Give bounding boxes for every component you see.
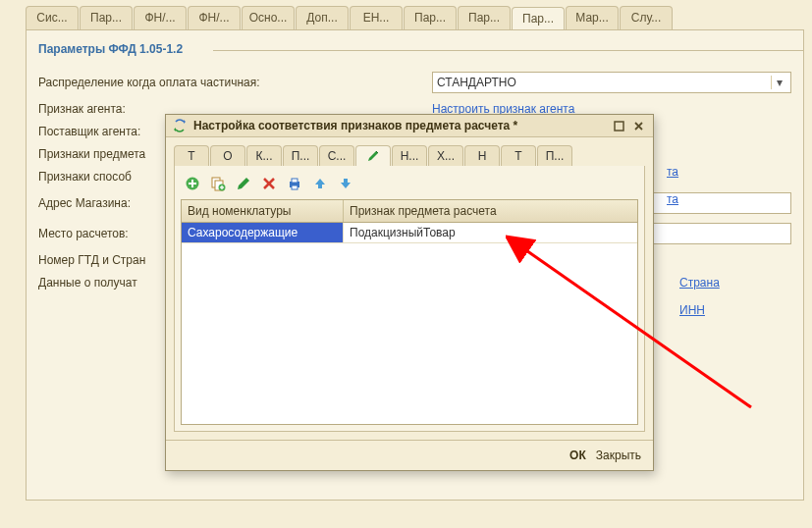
main-tab-5[interactable]: Доп... [296, 6, 349, 29]
main-tab-2[interactable]: ФН/... [134, 6, 187, 29]
dialog-tab-2[interactable]: К... [246, 145, 282, 166]
link-country-trail[interactable]: Страна [679, 276, 720, 290]
delete-button[interactable] [259, 174, 279, 193]
dialog-settings: Настройка соответствия признаков предмет… [165, 114, 654, 471]
dialog-tab-9[interactable]: Т [501, 145, 536, 166]
main-tab-6[interactable]: ЕН... [350, 6, 403, 29]
copy-button[interactable] [208, 174, 228, 193]
dialog-tab-7[interactable]: Х... [428, 145, 463, 166]
svg-marker-19 [341, 179, 351, 188]
main-tabs: Сис... Пар... ФН/... ФН/... Осно... Доп.… [0, 0, 812, 29]
print-button[interactable] [285, 174, 304, 193]
dialog-toolbar [181, 172, 638, 199]
dialog-tab-3[interactable]: П... [283, 145, 318, 166]
dialog-footer: ОК Закрыть [166, 440, 653, 470]
fieldset-legend: Параметры ФФД 1.05-1.2 [38, 42, 189, 56]
svg-rect-16 [292, 179, 298, 183]
select-distribution[interactable]: СТАНДАРТНО ▾ [432, 72, 791, 93]
add-button[interactable] [183, 174, 202, 193]
main-tab-9[interactable]: Пар... [512, 7, 565, 30]
select-distribution-value: СТАНДАРТНО [437, 76, 516, 89]
sync-arrows-icon [172, 118, 188, 133]
svg-rect-2 [615, 122, 623, 131]
main-tab-10[interactable]: Мар... [566, 6, 619, 29]
dialog-body: Вид номенклатуры Признак предмета расчет… [174, 166, 645, 432]
label-distribution: Распределение когда оплата частичная: [38, 76, 426, 89]
grid-cell-sign[interactable]: ПодакцизныйТовар [344, 223, 637, 242]
link-item-signs-trail[interactable]: та [667, 165, 678, 179]
grid-row[interactable]: Сахаросодержащие ПодакцизныйТовар [182, 223, 637, 243]
move-down-button[interactable] [336, 174, 355, 193]
grid-header: Вид номенклатуры Признак предмета расчет… [182, 200, 637, 223]
dialog-tab-5[interactable] [355, 145, 391, 166]
close-button[interactable] [629, 118, 647, 133]
chevron-down-icon: ▾ [771, 76, 786, 89]
main-tab-4[interactable]: Осно... [242, 6, 295, 29]
svg-marker-18 [315, 179, 325, 188]
grid-cell-nomenclature[interactable]: Сахаросодержащие [182, 223, 344, 242]
dialog-tabs: Т О К... П... С... Н... Х... Н Т П... [166, 137, 653, 166]
edit-button[interactable] [234, 174, 253, 193]
ok-button[interactable]: ОК [569, 449, 586, 462]
main-tab-0[interactable]: Сис... [26, 6, 79, 29]
svg-marker-0 [184, 120, 186, 124]
close-footer-button[interactable]: Закрыть [596, 449, 641, 462]
move-up-button[interactable] [310, 174, 330, 193]
main-tab-3[interactable]: ФН/... [188, 6, 241, 29]
main-tab-8[interactable]: Пар... [458, 6, 511, 29]
link-method-signs-trail[interactable]: та [667, 192, 678, 206]
link-inn-trail[interactable]: ИНН [679, 303, 705, 317]
svg-marker-1 [174, 128, 176, 132]
main-tab-7[interactable]: Пар... [404, 6, 457, 29]
maximize-button[interactable] [610, 118, 627, 133]
main-tab-1[interactable]: Пар... [80, 6, 133, 29]
dialog-titlebar[interactable]: Настройка соответствия признаков предмет… [166, 115, 653, 137]
grid-header-nomenclature[interactable]: Вид номенклатуры [182, 200, 344, 222]
dialog-tab-10[interactable]: П... [537, 145, 572, 166]
dialog-tab-1[interactable]: О [210, 145, 245, 166]
dialog-tab-8[interactable]: Н [464, 145, 500, 166]
dialog-tab-4[interactable]: С... [319, 145, 354, 166]
dialog-tab-6[interactable]: Н... [392, 145, 427, 166]
main-tab-11[interactable]: Слу... [620, 6, 673, 29]
grid-header-sign[interactable]: Признак предмета расчета [344, 200, 637, 222]
dialog-title: Настройка соответствия признаков предмет… [193, 119, 608, 132]
dialog-tab-0[interactable]: Т [174, 145, 209, 166]
pencil-icon [366, 149, 380, 163]
grid[interactable]: Вид номенклатуры Признак предмета расчет… [181, 199, 638, 425]
svg-rect-17 [292, 185, 298, 189]
